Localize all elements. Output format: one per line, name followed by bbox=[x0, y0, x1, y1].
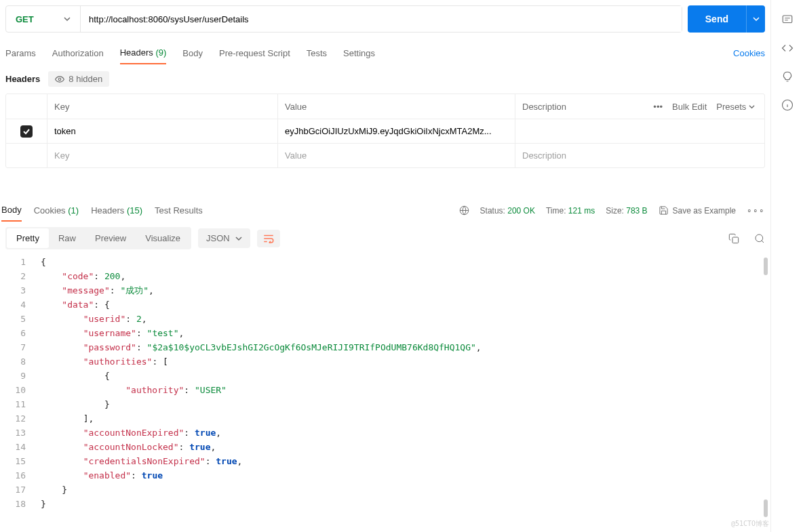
col-value: Value bbox=[277, 94, 515, 119]
table-row-empty bbox=[6, 143, 764, 167]
tab-authorization[interactable]: Authorization bbox=[52, 43, 104, 64]
check-icon bbox=[22, 127, 31, 136]
header-key-input[interactable] bbox=[54, 126, 271, 136]
copy-icon[interactable] bbox=[728, 233, 739, 244]
globe-icon[interactable] bbox=[459, 205, 469, 216]
time-label: Time: 121 ms bbox=[546, 206, 595, 216]
tab-settings[interactable]: Settings bbox=[343, 43, 375, 64]
tab-prerequest[interactable]: Pre-request Script bbox=[219, 43, 290, 64]
view-preview[interactable]: Preview bbox=[85, 228, 136, 248]
save-as-example[interactable]: Save as Example bbox=[659, 205, 736, 216]
view-visualize[interactable]: Visualize bbox=[136, 228, 190, 248]
resp-tab-headers[interactable]: Headers (15) bbox=[91, 200, 142, 221]
hidden-headers-toggle[interactable]: 8 hidden bbox=[48, 71, 109, 87]
bulk-edit-link[interactable]: Bulk Edit bbox=[672, 102, 707, 112]
view-raw[interactable]: Raw bbox=[49, 228, 85, 248]
search-icon[interactable] bbox=[754, 233, 765, 244]
status-label: Status: 200 OK bbox=[480, 206, 535, 216]
cookies-link[interactable]: Cookies bbox=[733, 48, 765, 58]
wrap-icon bbox=[262, 234, 275, 243]
presets-dropdown[interactable]: Presets bbox=[716, 102, 755, 112]
tab-params[interactable]: Params bbox=[5, 43, 36, 64]
table-row bbox=[6, 119, 764, 143]
more-icon[interactable]: ••• bbox=[653, 102, 663, 112]
send-dropdown[interactable] bbox=[746, 5, 765, 33]
svg-point-0 bbox=[59, 78, 62, 81]
response-body[interactable]: 123456789101112131415161718 { "code": 20… bbox=[0, 255, 770, 532]
chevron-down-icon bbox=[235, 235, 242, 242]
svg-rect-2 bbox=[732, 237, 739, 243]
format-select[interactable]: JSON bbox=[198, 228, 250, 248]
lightbulb-icon[interactable] bbox=[781, 70, 794, 83]
svg-point-3 bbox=[756, 234, 763, 242]
code-icon[interactable] bbox=[781, 42, 794, 54]
url-input[interactable] bbox=[81, 6, 682, 32]
size-label: Size: 783 B bbox=[606, 206, 647, 216]
resp-tab-tests[interactable]: Test Results bbox=[155, 200, 203, 221]
eye-icon bbox=[55, 75, 64, 84]
headers-title: Headers bbox=[5, 74, 40, 84]
header-value-input[interactable] bbox=[285, 150, 508, 161]
view-pretty[interactable]: Pretty bbox=[7, 228, 49, 248]
header-key-input[interactable] bbox=[54, 150, 271, 161]
resp-tab-body[interactable]: Body bbox=[1, 199, 22, 222]
watermark: @51CTO博客 bbox=[731, 516, 769, 531]
http-method-value: GET bbox=[16, 14, 34, 24]
info-icon[interactable] bbox=[781, 99, 794, 111]
send-button[interactable]: Send bbox=[688, 5, 746, 33]
row-checkbox[interactable] bbox=[20, 125, 33, 138]
col-description: Description bbox=[515, 94, 629, 119]
more-icon[interactable]: ∘∘∘ bbox=[747, 206, 765, 216]
svg-rect-4 bbox=[783, 16, 792, 23]
http-method-select[interactable]: GET bbox=[6, 6, 81, 32]
chevron-down-icon bbox=[64, 16, 71, 22]
header-description-input[interactable] bbox=[522, 150, 758, 161]
tab-body[interactable]: Body bbox=[182, 43, 203, 64]
save-icon bbox=[659, 205, 669, 216]
comments-icon[interactable] bbox=[781, 14, 794, 26]
chevron-down-icon bbox=[753, 16, 760, 22]
tab-headers[interactable]: Headers (9) bbox=[120, 42, 167, 64]
tab-tests[interactable]: Tests bbox=[307, 43, 327, 64]
header-value-input[interactable] bbox=[285, 126, 508, 136]
scrollbar[interactable] bbox=[764, 258, 768, 275]
chevron-down-icon bbox=[749, 104, 755, 110]
col-key: Key bbox=[47, 94, 277, 119]
resp-tab-cookies[interactable]: Cookies (1) bbox=[34, 200, 79, 221]
wrap-lines-button[interactable] bbox=[257, 230, 280, 247]
scrollbar[interactable] bbox=[764, 499, 768, 517]
